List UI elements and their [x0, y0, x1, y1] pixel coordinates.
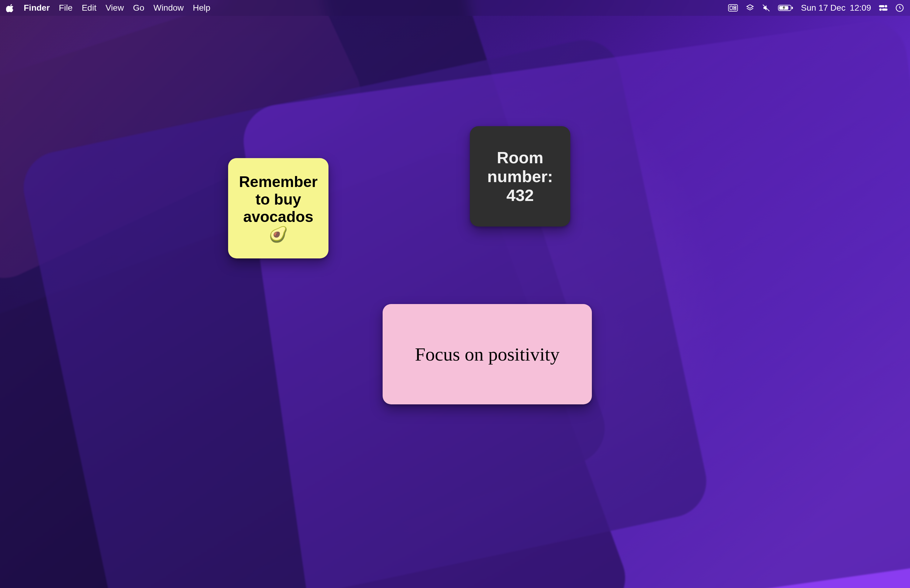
svg-rect-2: [734, 6, 736, 8]
svg-rect-1: [730, 6, 732, 10]
apple-menu-icon[interactable]: [6, 4, 15, 12]
sticky-note-dark[interactable]: Room number: 432: [470, 126, 570, 226]
svg-rect-3: [734, 8, 736, 10]
desktop[interactable]: Finder File Edit View Go Window Help Sun…: [0, 0, 910, 588]
menu-bar-right: Sun 17 Dec 12:09: [728, 3, 904, 13]
svg-rect-6: [792, 7, 793, 9]
sticky-note-yellow[interactable]: Remember to buy avocados 🥑: [228, 158, 328, 258]
menu-view[interactable]: View: [105, 3, 124, 13]
svg-point-10: [879, 8, 882, 11]
menu-edit[interactable]: Edit: [82, 3, 96, 13]
menu-bar-left: Finder File Edit View Go Window Help: [6, 3, 210, 13]
menu-bar: Finder File Edit View Go Window Help Sun…: [0, 0, 910, 16]
menu-window[interactable]: Window: [153, 3, 184, 13]
sticky-note-text: Focus on positivity: [415, 344, 559, 365]
battery-charging-icon[interactable]: [778, 4, 793, 11]
sticky-note-pink[interactable]: Focus on positivity: [383, 304, 592, 404]
menubar-time[interactable]: 12:09: [850, 3, 871, 13]
clock-icon[interactable]: [895, 4, 904, 12]
sticky-note-text: Room number: 432: [479, 148, 561, 205]
control-center-icon[interactable]: [879, 5, 887, 11]
menu-help[interactable]: Help: [193, 3, 210, 13]
menubar-date[interactable]: Sun 17 Dec: [801, 3, 845, 13]
svg-rect-8: [879, 5, 884, 7]
stage-manager-icon[interactable]: [728, 4, 738, 11]
menu-go[interactable]: Go: [133, 3, 144, 13]
layers-icon[interactable]: [746, 4, 754, 12]
wallpaper-layers: [0, 0, 910, 588]
svg-rect-11: [882, 8, 887, 11]
volume-muted-icon[interactable]: [762, 4, 770, 12]
menu-file[interactable]: File: [59, 3, 73, 13]
menu-app-name[interactable]: Finder: [24, 3, 50, 13]
svg-point-9: [885, 5, 887, 8]
sticky-note-text: Remember to buy avocados 🥑: [237, 173, 319, 243]
